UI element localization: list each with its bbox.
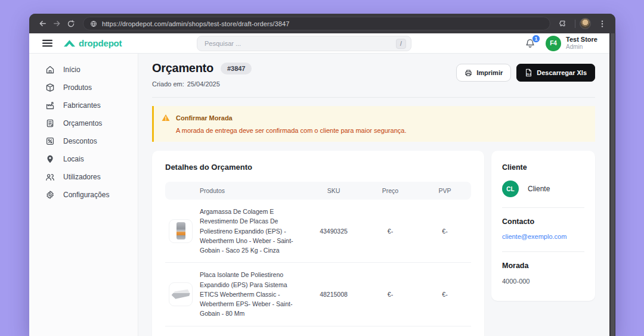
client-name: Cliente <box>528 185 550 193</box>
svg-text:XLS: XLS <box>527 73 531 76</box>
main-content: Orçamento #3847 Criado em:25/04/2025 <box>138 54 609 336</box>
column-price: Preço <box>362 182 419 200</box>
forward-icon[interactable] <box>49 17 64 31</box>
client-section-title: Cliente <box>502 163 584 172</box>
url-text: https://dropdepot.com/admin/shops/test-s… <box>102 20 289 27</box>
sidebar-item-label: Produtos <box>63 83 92 92</box>
browser-menu-icon[interactable] <box>595 17 609 31</box>
contact-section-title: Contacto <box>502 217 584 226</box>
product-sku: 48215008 <box>305 263 362 326</box>
table-header-row: Produtos SKU Preço PVP <box>165 182 471 200</box>
sidebar-item-label: Fabricantes <box>63 101 101 110</box>
store-avatar: F4 <box>546 36 561 51</box>
product-thumbnail-board <box>169 282 193 306</box>
column-sku: SKU <box>305 182 362 200</box>
postal-code: 4000-000 <box>502 278 584 285</box>
table-row[interactable]: Rede Em Fibra De Vidro - Webertherm Rede… <box>165 326 471 336</box>
sidebar-item-label: Utilizadores <box>63 173 101 181</box>
card-divider <box>502 251 584 252</box>
warning-banner: Confirmar Morada A morada de entrega dev… <box>152 106 595 142</box>
xls-file-icon: XLS <box>525 69 532 77</box>
print-button[interactable]: Imprimir <box>456 64 511 82</box>
app-logo[interactable]: dropdepot <box>63 38 122 48</box>
product-sku: 48225003 <box>305 326 362 336</box>
sidebar-item-label: Orçamentos <box>63 119 102 127</box>
table-row[interactable]: Placa Isolante De Poliestireno Expandido… <box>165 263 471 326</box>
search-input[interactable] <box>205 40 396 47</box>
client-avatar: CL <box>502 181 519 197</box>
product-price: €- <box>362 200 419 263</box>
address-bar[interactable]: https://dropdepot.com/admin/shops/test-s… <box>83 17 550 30</box>
logo-chevron-icon <box>63 39 76 48</box>
app-top-nav: dropdepot / 1 F4 T <box>29 33 609 54</box>
client-email-link[interactable]: cliente@exemplo.com <box>502 233 566 240</box>
users-icon <box>45 172 55 182</box>
product-pvp: €- <box>419 200 471 263</box>
address-section-title: Morada <box>502 262 584 270</box>
product-sku: 43490325 <box>305 200 362 263</box>
details-card-title: Detalhes do Orçamento <box>165 163 471 172</box>
browser-profile-avatar[interactable] <box>580 18 591 29</box>
warning-message: A morada de entrega deve ser confirmada … <box>176 127 586 134</box>
extensions-icon[interactable] <box>556 17 571 31</box>
product-price: €- <box>362 326 419 336</box>
map-pin-icon <box>45 154 55 164</box>
product-name: Argamassa De Colagem E Revestimento De P… <box>200 207 302 255</box>
download-xls-button[interactable]: XLS Descarregar Xls <box>516 64 595 82</box>
user-role: Admin <box>566 43 597 51</box>
download-xls-label: Descarregar Xls <box>537 70 587 76</box>
package-icon <box>45 83 55 92</box>
discount-icon <box>45 136 55 146</box>
sidebar-item-utilizadores[interactable]: Utilizadores <box>29 168 138 186</box>
sidebar-item-label: Configurações <box>63 191 109 199</box>
order-details-card: Detalhes do Orçamento Produtos SKU Preço… <box>152 151 484 336</box>
order-id-badge: #3847 <box>221 63 252 74</box>
header-divider <box>152 97 595 98</box>
product-pvp: €- <box>419 326 471 336</box>
product-thumbnail-bag <box>169 219 193 243</box>
back-icon[interactable] <box>35 17 49 31</box>
user-menu[interactable]: F4 Test Store Admin <box>546 36 597 51</box>
print-button-label: Imprimir <box>476 70 503 76</box>
sidebar-item-label: Descontos <box>63 137 97 145</box>
sidebar-item-descontos[interactable]: Descontos <box>29 132 138 150</box>
sidebar-item-fabricantes[interactable]: Fabricantes <box>29 97 138 114</box>
created-at: Criado em:25/04/2025 <box>152 80 252 88</box>
page-title: Orçamento <box>152 61 213 75</box>
browser-chrome: https://dropdepot.com/admin/shops/test-s… <box>29 14 615 33</box>
table-row[interactable]: Argamassa De Colagem E Revestimento De P… <box>165 200 471 263</box>
warning-title: Confirmar Morada <box>176 114 233 122</box>
refresh-icon[interactable] <box>64 17 78 31</box>
created-date: 25/04/2025 <box>187 80 220 88</box>
global-search[interactable]: / <box>197 36 411 51</box>
hamburger-menu-icon[interactable] <box>42 39 52 48</box>
printer-icon <box>465 69 472 77</box>
chrome-divider <box>575 20 575 28</box>
sidebar-item-configuracoes[interactable]: Configurações <box>29 186 138 204</box>
column-pvp: PVP <box>419 182 471 200</box>
gear-icon <box>45 190 55 200</box>
customer-card: Cliente CL Cliente Contacto cliente@exem… <box>491 151 595 301</box>
store-name: Test Store <box>566 36 597 43</box>
product-name: Placa Isolante De Poliestireno Expandido… <box>200 270 302 318</box>
sidebar-item-label: Início <box>63 66 80 74</box>
site-info-icon[interactable] <box>90 20 97 27</box>
window-scrollbar-edge[interactable] <box>609 33 615 336</box>
product-pvp: €- <box>419 263 471 326</box>
sidebar: Início Produtos Fabricantes Orçamentos <box>29 54 138 336</box>
products-table: Produtos SKU Preço PVP <box>165 182 471 336</box>
logo-text: dropdepot <box>79 38 122 48</box>
notification-badge: 1 <box>532 35 540 43</box>
notifications-button[interactable]: 1 <box>525 38 535 49</box>
clipboard-icon <box>45 119 55 128</box>
factory-icon <box>45 101 55 110</box>
search-shortcut-key: / <box>396 39 406 49</box>
sidebar-item-locais[interactable]: Locais <box>29 150 138 168</box>
sidebar-item-inicio[interactable]: Início <box>29 61 138 79</box>
sidebar-item-orcamentos[interactable]: Orçamentos <box>29 114 138 132</box>
product-name: Rede Em Fibra De Vidro - Webertherm Rede… <box>200 334 302 336</box>
sidebar-item-produtos[interactable]: Produtos <box>29 79 138 97</box>
warning-triangle-icon <box>162 114 170 122</box>
home-icon <box>45 65 55 74</box>
browser-window: https://dropdepot.com/admin/shops/test-s… <box>29 14 615 336</box>
